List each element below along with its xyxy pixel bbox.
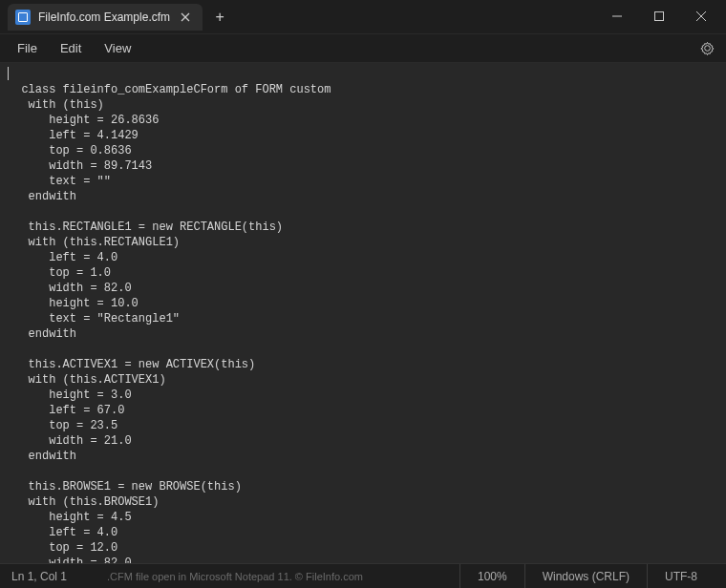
menu-file[interactable]: File <box>8 37 47 59</box>
file-icon <box>15 10 31 25</box>
code-editor[interactable]: class fileinfo_comExampleCForm of FORM c… <box>0 63 726 563</box>
window-controls <box>596 0 726 31</box>
code-content: class fileinfo_comExampleCForm of FORM c… <box>8 83 331 563</box>
status-caption: .CFM file open in Microsoft Notepad 11. … <box>97 571 459 582</box>
svg-rect-3 <box>655 12 664 21</box>
minimize-button[interactable] <box>596 2 638 31</box>
cursor-position[interactable]: Ln 1, Col 1 <box>11 570 97 583</box>
file-tab[interactable]: FileInfo.com Example.cfm <box>8 4 203 31</box>
statusbar: Ln 1, Col 1 .CFM file open in Microsoft … <box>0 563 726 588</box>
tab-strip: FileInfo.com Example.cfm + <box>8 0 596 31</box>
close-tab-button[interactable] <box>178 10 193 25</box>
menu-edit[interactable]: Edit <box>51 37 91 59</box>
line-endings[interactable]: Windows (CRLF) <box>524 564 647 588</box>
close-window-button[interactable] <box>680 2 722 31</box>
new-tab-button[interactable]: + <box>206 4 233 31</box>
menubar: File Edit View <box>0 34 726 63</box>
text-cursor <box>8 67 9 80</box>
tab-title: FileInfo.com Example.cfm <box>38 10 170 24</box>
gear-icon <box>700 41 715 55</box>
settings-button[interactable] <box>695 37 718 60</box>
encoding[interactable]: UTF-8 <box>647 564 715 588</box>
zoom-level[interactable]: 100% <box>459 564 524 588</box>
titlebar: FileInfo.com Example.cfm + <box>0 0 726 34</box>
maximize-button[interactable] <box>638 2 680 31</box>
menu-view[interactable]: View <box>95 37 140 59</box>
